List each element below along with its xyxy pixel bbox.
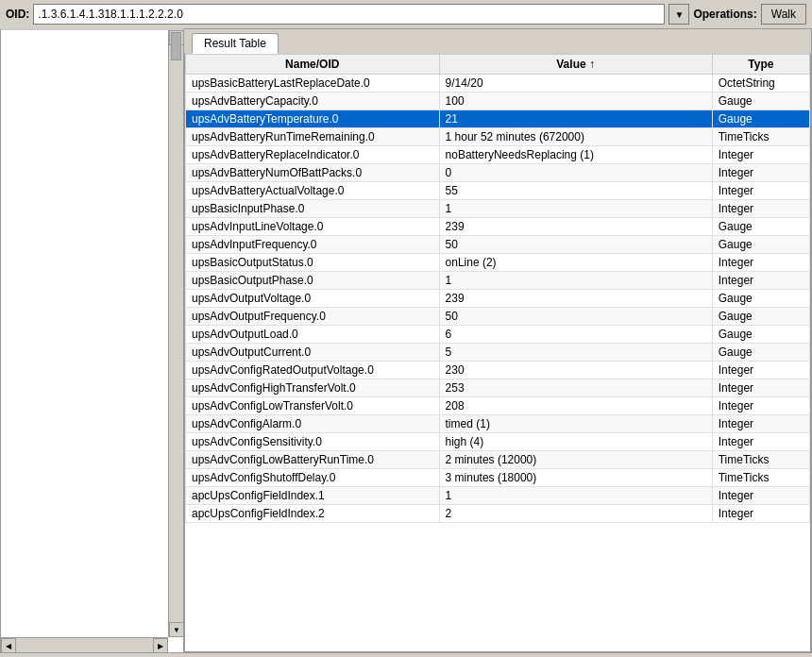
cell-value: 5 bbox=[439, 344, 712, 362]
cell-name: upsAdvInputFrequency.0 bbox=[186, 236, 440, 254]
cell-value: 239 bbox=[439, 218, 712, 236]
table-row[interactable]: upsAdvConfigSensitivity.0high (4)Integer bbox=[186, 433, 810, 451]
cell-type: OctetString bbox=[712, 75, 809, 93]
left-sidebar: ▲ ▼ ◀ ▶ bbox=[0, 28, 184, 653]
cell-name: upsBasicBatteryLastReplaceDate.0 bbox=[186, 75, 440, 93]
cell-type: Integer bbox=[712, 415, 809, 433]
cell-name: apcUpsConfigFieldIndex.2 bbox=[186, 505, 440, 523]
cell-value: 0 bbox=[439, 164, 712, 182]
table-container: Name/OID Value ↑ Type upsBasicBatteryLas… bbox=[184, 53, 811, 652]
cell-type: Gauge bbox=[712, 308, 809, 326]
table-row[interactable]: upsAdvConfigRatedOutputVoltage.0230Integ… bbox=[186, 362, 810, 379]
table-row[interactable]: upsAdvConfigHighTransferVolt.0253Integer bbox=[186, 379, 810, 397]
table-row[interactable]: upsAdvConfigShutoffDelay.03 minutes (180… bbox=[186, 469, 810, 487]
cell-type: Gauge bbox=[712, 290, 809, 308]
cell-value: 230 bbox=[439, 362, 712, 379]
cell-name: upsAdvOutputVoltage.0 bbox=[186, 290, 440, 308]
table-row[interactable]: upsAdvOutputFrequency.050Gauge bbox=[186, 308, 810, 326]
cell-value: 1 bbox=[439, 200, 712, 218]
cell-type: Integer bbox=[712, 433, 809, 451]
cell-type: Gauge bbox=[712, 236, 809, 254]
cell-type: Integer bbox=[712, 379, 809, 397]
sidebar-scrollbar-v[interactable]: ▲ ▼ bbox=[168, 30, 183, 637]
cell-type: Integer bbox=[712, 200, 809, 218]
cell-value: 55 bbox=[439, 182, 712, 200]
scroll-right-arrow[interactable]: ▶ bbox=[153, 638, 168, 653]
table-row[interactable]: upsBasicBatteryLastReplaceDate.09/14/20O… bbox=[186, 75, 810, 93]
cell-value: 50 bbox=[439, 308, 712, 326]
table-scroll-wrapper[interactable]: Name/OID Value ↑ Type upsBasicBatteryLas… bbox=[185, 54, 810, 651]
cell-name: upsAdvOutputFrequency.0 bbox=[186, 308, 440, 326]
cell-value: 2 minutes (12000) bbox=[439, 451, 712, 469]
scroll-down-arrow[interactable]: ▼ bbox=[169, 622, 184, 637]
cell-name: upsAdvConfigHighTransferVolt.0 bbox=[186, 379, 440, 397]
cell-name: upsAdvBatteryRunTimeRemaining.0 bbox=[186, 128, 440, 146]
cell-type: Integer bbox=[712, 272, 809, 290]
result-table: Name/OID Value ↑ Type upsBasicBatteryLas… bbox=[185, 54, 810, 523]
sidebar-scrollbar-h[interactable]: ◀ ▶ bbox=[1, 637, 168, 652]
cell-value: onLine (2) bbox=[439, 254, 712, 272]
cell-name: upsBasicOutputStatus.0 bbox=[186, 254, 440, 272]
table-row[interactable]: upsAdvBatteryCapacity.0100Gauge bbox=[186, 93, 810, 110]
cell-type: Integer bbox=[712, 146, 809, 164]
table-row[interactable]: upsAdvInputFrequency.050Gauge bbox=[186, 236, 810, 254]
cell-value: 2 bbox=[439, 505, 712, 523]
scroll-thumb-v[interactable] bbox=[171, 32, 181, 60]
cell-name: upsAdvConfigLowBatteryRunTime.0 bbox=[186, 451, 440, 469]
cell-value: 21 bbox=[439, 110, 712, 128]
table-row[interactable]: upsAdvBatteryTemperature.021Gauge bbox=[186, 110, 810, 128]
table-row[interactable]: upsAdvOutputVoltage.0239Gauge bbox=[186, 290, 810, 308]
cell-name: upsAdvOutputLoad.0 bbox=[186, 326, 440, 344]
top-bar: OID: ▼ Operations: Walk bbox=[0, 0, 812, 28]
cell-value: 1 bbox=[439, 487, 712, 505]
table-row[interactable]: upsAdvBatteryRunTimeRemaining.01 hour 52… bbox=[186, 128, 810, 146]
cell-type: Integer bbox=[712, 182, 809, 200]
cell-name: upsBasicOutputPhase.0 bbox=[186, 272, 440, 290]
cell-name: upsAdvInputLineVoltage.0 bbox=[186, 218, 440, 236]
table-row[interactable]: upsAdvOutputCurrent.05Gauge bbox=[186, 344, 810, 362]
cell-value: 50 bbox=[439, 236, 712, 254]
cell-value: 100 bbox=[439, 93, 712, 110]
oid-input[interactable] bbox=[33, 4, 665, 25]
cell-value: noBatteryNeedsReplacing (1) bbox=[439, 146, 712, 164]
cell-name: upsBasicInputPhase.0 bbox=[186, 200, 440, 218]
cell-value: 1 hour 52 minutes (672000) bbox=[439, 128, 712, 146]
table-row[interactable]: upsAdvBatteryActualVoltage.055Integer bbox=[186, 182, 810, 200]
cell-type: Integer bbox=[712, 164, 809, 182]
table-row[interactable]: upsAdvBatteryReplaceIndicator.0noBattery… bbox=[186, 146, 810, 164]
cell-type: TimeTicks bbox=[712, 469, 809, 487]
oid-dropdown-button[interactable]: ▼ bbox=[668, 4, 689, 25]
cell-name: upsAdvBatteryReplaceIndicator.0 bbox=[186, 146, 440, 164]
cell-name: upsAdvConfigSensitivity.0 bbox=[186, 433, 440, 451]
cell-type: Gauge bbox=[712, 326, 809, 344]
table-row[interactable]: upsAdvInputLineVoltage.0239Gauge bbox=[186, 218, 810, 236]
table-row[interactable]: upsBasicOutputPhase.01Integer bbox=[186, 272, 810, 290]
cell-type: Gauge bbox=[712, 110, 809, 128]
table-row[interactable]: apcUpsConfigFieldIndex.22Integer bbox=[186, 505, 810, 523]
cell-name: upsAdvConfigAlarm.0 bbox=[186, 415, 440, 433]
table-row[interactable]: upsAdvBatteryNumOfBattPacks.00Integer bbox=[186, 164, 810, 182]
col-header-value[interactable]: Value ↑ bbox=[439, 55, 712, 75]
walk-button[interactable]: Walk bbox=[761, 4, 806, 25]
cell-type: Integer bbox=[712, 254, 809, 272]
cell-name: upsAdvBatteryNumOfBattPacks.0 bbox=[186, 164, 440, 182]
result-table-tab[interactable]: Result Table bbox=[192, 33, 279, 54]
col-header-type[interactable]: Type bbox=[712, 55, 809, 75]
cell-type: Integer bbox=[712, 397, 809, 415]
right-panel: Result Table Name/OID Value ↑ Type upsBa… bbox=[184, 28, 812, 653]
table-row[interactable]: apcUpsConfigFieldIndex.11Integer bbox=[186, 487, 810, 505]
col-header-name[interactable]: Name/OID bbox=[186, 55, 440, 75]
table-row[interactable]: upsAdvConfigLowTransferVolt.0208Integer bbox=[186, 397, 810, 415]
table-row[interactable]: upsBasicOutputStatus.0onLine (2)Integer bbox=[186, 254, 810, 272]
main-content: ▲ ▼ ◀ ▶ Result Table Name/OID Value ↑ bbox=[0, 28, 812, 653]
table-row[interactable]: upsAdvOutputLoad.06Gauge bbox=[186, 326, 810, 344]
oid-label: OID: bbox=[6, 8, 29, 21]
cell-type: Integer bbox=[712, 362, 809, 379]
table-row[interactable]: upsBasicInputPhase.01Integer bbox=[186, 200, 810, 218]
scroll-left-arrow[interactable]: ◀ bbox=[1, 638, 16, 653]
table-row[interactable]: upsAdvConfigLowBatteryRunTime.02 minutes… bbox=[186, 451, 810, 469]
cell-value: 208 bbox=[439, 397, 712, 415]
table-row[interactable]: upsAdvConfigAlarm.0timed (1)Integer bbox=[186, 415, 810, 433]
cell-type: Gauge bbox=[712, 93, 809, 110]
cell-name: upsAdvConfigLowTransferVolt.0 bbox=[186, 397, 440, 415]
